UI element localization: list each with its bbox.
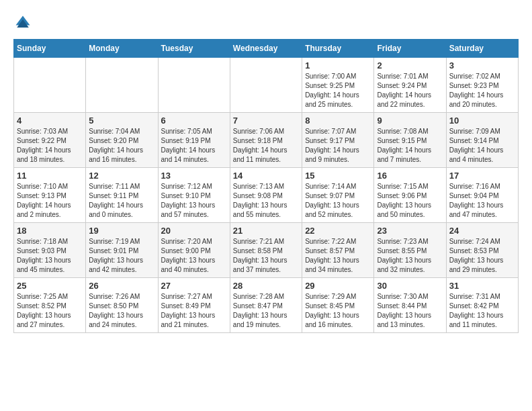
day-info: Sunrise: 7:16 AM Sunset: 9:04 PM Dayligh… — [449, 182, 515, 220]
day-number: 9 — [377, 116, 443, 126]
calendar-cell: 31Sunrise: 7:31 AM Sunset: 8:42 PM Dayli… — [446, 278, 518, 333]
day-number: 20 — [161, 226, 227, 236]
calendar-cell: 21Sunrise: 7:21 AM Sunset: 8:58 PM Dayli… — [230, 223, 302, 278]
header-day-thursday: Thursday — [302, 40, 374, 58]
calendar-cell: 28Sunrise: 7:28 AM Sunset: 8:47 PM Dayli… — [230, 278, 302, 333]
day-number: 7 — [233, 116, 299, 126]
calendar-cell: 29Sunrise: 7:29 AM Sunset: 8:45 PM Dayli… — [302, 278, 374, 333]
page-header — [13, 13, 519, 32]
calendar-cell: 8Sunrise: 7:07 AM Sunset: 9:17 PM Daylig… — [302, 113, 374, 168]
day-info: Sunrise: 7:31 AM Sunset: 8:42 PM Dayligh… — [449, 292, 515, 330]
header-day-monday: Monday — [86, 40, 158, 58]
day-number: 3 — [449, 60, 515, 71]
calendar-cell: 30Sunrise: 7:30 AM Sunset: 8:44 PM Dayli… — [374, 278, 446, 333]
day-number: 19 — [89, 226, 154, 236]
day-number: 23 — [377, 226, 443, 236]
day-number: 16 — [377, 171, 443, 181]
calendar-cell: 12Sunrise: 7:11 AM Sunset: 9:11 PM Dayli… — [86, 168, 158, 223]
calendar-cell: 23Sunrise: 7:23 AM Sunset: 8:55 PM Dayli… — [374, 223, 446, 278]
day-info: Sunrise: 7:20 AM Sunset: 9:00 PM Dayligh… — [161, 237, 227, 275]
calendar-cell: 7Sunrise: 7:06 AM Sunset: 9:18 PM Daylig… — [230, 113, 302, 168]
header-day-saturday: Saturday — [446, 40, 518, 58]
calendar-cell: 4Sunrise: 7:03 AM Sunset: 9:22 PM Daylig… — [14, 113, 86, 168]
day-info: Sunrise: 7:06 AM Sunset: 9:18 PM Dayligh… — [233, 127, 299, 165]
day-info: Sunrise: 7:13 AM Sunset: 9:08 PM Dayligh… — [233, 182, 299, 220]
day-number: 22 — [305, 226, 371, 236]
week-row-0: 1Sunrise: 7:00 AM Sunset: 9:25 PM Daylig… — [14, 58, 519, 113]
week-row-4: 25Sunrise: 7:25 AM Sunset: 8:52 PM Dayli… — [14, 278, 519, 333]
day-info: Sunrise: 7:00 AM Sunset: 9:25 PM Dayligh… — [305, 72, 371, 109]
day-number: 12 — [89, 171, 154, 181]
calendar-cell — [86, 58, 158, 113]
day-info: Sunrise: 7:04 AM Sunset: 9:20 PM Dayligh… — [89, 127, 154, 165]
calendar-cell: 19Sunrise: 7:19 AM Sunset: 9:01 PM Dayli… — [86, 223, 158, 278]
calendar-cell — [158, 58, 230, 113]
day-info: Sunrise: 7:09 AM Sunset: 9:14 PM Dayligh… — [449, 127, 515, 165]
week-row-3: 18Sunrise: 7:18 AM Sunset: 9:03 PM Dayli… — [14, 223, 519, 278]
day-number: 14 — [233, 171, 299, 181]
day-info: Sunrise: 7:01 AM Sunset: 9:24 PM Dayligh… — [377, 72, 443, 109]
day-number: 30 — [377, 281, 443, 291]
day-info: Sunrise: 7:15 AM Sunset: 9:06 PM Dayligh… — [377, 182, 443, 220]
calendar-cell: 22Sunrise: 7:22 AM Sunset: 8:57 PM Dayli… — [302, 223, 374, 278]
day-info: Sunrise: 7:08 AM Sunset: 9:15 PM Dayligh… — [377, 127, 443, 165]
calendar-cell: 2Sunrise: 7:01 AM Sunset: 9:24 PM Daylig… — [374, 58, 446, 113]
day-number: 11 — [17, 171, 83, 181]
day-info: Sunrise: 7:28 AM Sunset: 8:47 PM Dayligh… — [233, 292, 299, 330]
calendar-cell: 27Sunrise: 7:27 AM Sunset: 8:49 PM Dayli… — [158, 278, 230, 333]
calendar-cell — [230, 58, 302, 113]
calendar-cell: 1Sunrise: 7:00 AM Sunset: 9:25 PM Daylig… — [302, 58, 374, 113]
day-number: 29 — [305, 281, 371, 291]
header-day-sunday: Sunday — [14, 40, 86, 58]
day-info: Sunrise: 7:25 AM Sunset: 8:52 PM Dayligh… — [17, 292, 83, 330]
day-number: 27 — [161, 281, 227, 291]
day-number: 31 — [449, 281, 515, 291]
day-info: Sunrise: 7:29 AM Sunset: 8:45 PM Dayligh… — [305, 292, 371, 330]
calendar-cell: 6Sunrise: 7:05 AM Sunset: 9:19 PM Daylig… — [158, 113, 230, 168]
header-day-friday: Friday — [374, 40, 446, 58]
day-info: Sunrise: 7:10 AM Sunset: 9:13 PM Dayligh… — [17, 182, 83, 220]
day-info: Sunrise: 7:02 AM Sunset: 9:23 PM Dayligh… — [449, 72, 515, 109]
day-number: 21 — [233, 226, 299, 236]
calendar-cell: 15Sunrise: 7:14 AM Sunset: 9:07 PM Dayli… — [302, 168, 374, 223]
calendar-cell: 17Sunrise: 7:16 AM Sunset: 9:04 PM Dayli… — [446, 168, 518, 223]
calendar-cell: 16Sunrise: 7:15 AM Sunset: 9:06 PM Dayli… — [374, 168, 446, 223]
day-info: Sunrise: 7:03 AM Sunset: 9:22 PM Dayligh… — [17, 127, 83, 165]
calendar-cell: 3Sunrise: 7:02 AM Sunset: 9:23 PM Daylig… — [446, 58, 518, 113]
day-number: 5 — [89, 116, 154, 126]
day-number: 17 — [449, 171, 515, 181]
day-number: 13 — [161, 171, 227, 181]
week-row-1: 4Sunrise: 7:03 AM Sunset: 9:22 PM Daylig… — [14, 113, 519, 168]
calendar-cell: 5Sunrise: 7:04 AM Sunset: 9:20 PM Daylig… — [86, 113, 158, 168]
day-info: Sunrise: 7:14 AM Sunset: 9:07 PM Dayligh… — [305, 182, 371, 220]
week-row-2: 11Sunrise: 7:10 AM Sunset: 9:13 PM Dayli… — [14, 168, 519, 223]
day-number: 8 — [305, 116, 371, 126]
calendar-cell: 26Sunrise: 7:26 AM Sunset: 8:50 PM Dayli… — [86, 278, 158, 333]
day-number: 10 — [449, 116, 515, 126]
day-info: Sunrise: 7:22 AM Sunset: 8:57 PM Dayligh… — [305, 237, 371, 275]
day-info: Sunrise: 7:12 AM Sunset: 9:10 PM Dayligh… — [161, 182, 227, 220]
calendar-cell: 24Sunrise: 7:24 AM Sunset: 8:53 PM Dayli… — [446, 223, 518, 278]
header-day-wednesday: Wednesday — [230, 40, 302, 58]
day-info: Sunrise: 7:21 AM Sunset: 8:58 PM Dayligh… — [233, 237, 299, 275]
calendar-cell: 18Sunrise: 7:18 AM Sunset: 9:03 PM Dayli… — [14, 223, 86, 278]
day-number: 25 — [17, 281, 83, 291]
logo — [13, 13, 35, 32]
day-info: Sunrise: 7:30 AM Sunset: 8:44 PM Dayligh… — [377, 292, 443, 330]
day-number: 18 — [17, 226, 83, 236]
calendar-cell — [14, 58, 86, 113]
day-number: 15 — [305, 171, 371, 181]
calendar-cell: 11Sunrise: 7:10 AM Sunset: 9:13 PM Dayli… — [14, 168, 86, 223]
day-info: Sunrise: 7:26 AM Sunset: 8:50 PM Dayligh… — [89, 292, 154, 330]
day-number: 28 — [233, 281, 299, 291]
day-number: 24 — [449, 226, 515, 236]
day-info: Sunrise: 7:27 AM Sunset: 8:49 PM Dayligh… — [161, 292, 227, 330]
calendar-cell: 13Sunrise: 7:12 AM Sunset: 9:10 PM Dayli… — [158, 168, 230, 223]
day-info: Sunrise: 7:23 AM Sunset: 8:55 PM Dayligh… — [377, 237, 443, 275]
calendar-cell: 20Sunrise: 7:20 AM Sunset: 9:00 PM Dayli… — [158, 223, 230, 278]
day-info: Sunrise: 7:11 AM Sunset: 9:11 PM Dayligh… — [89, 182, 154, 220]
day-number: 6 — [161, 116, 227, 126]
day-info: Sunrise: 7:24 AM Sunset: 8:53 PM Dayligh… — [449, 237, 515, 275]
day-number: 26 — [89, 281, 154, 291]
day-number: 1 — [305, 60, 371, 71]
